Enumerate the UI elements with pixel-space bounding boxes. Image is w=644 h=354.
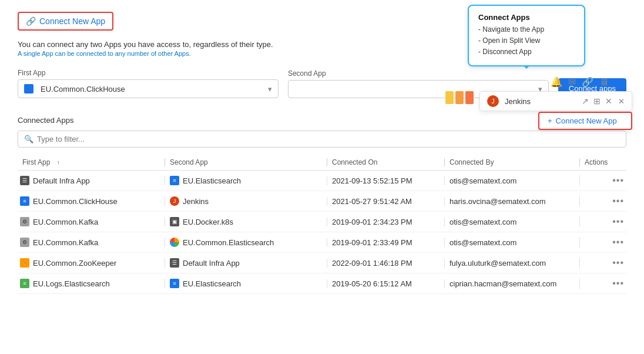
connect-link-icon: 🔗 <box>26 16 36 26</box>
cell-connected-on: 2021-09-13 5:52:15 PM <box>327 176 444 185</box>
first-app-chevron: ▾ <box>268 85 272 93</box>
deco-bar-3 <box>465 91 474 104</box>
tooltip-item-1: - Navigate to the App <box>478 24 575 35</box>
cell-connected-on: 2021-05-27 9:51:42 AM <box>327 197 444 206</box>
search-icon: 🔍 <box>24 135 33 143</box>
table-row: 🦒 EU.Common.ZooKeeper ☰ Default Infra Ap… <box>18 253 626 273</box>
cell-connected-by: otis@sematext.com <box>444 176 579 185</box>
tooltip-title: Connect Apps <box>478 13 575 22</box>
first-app-selector-group: First App ≡ EU.Common.ClickHouse ▾ <box>18 69 279 98</box>
cell-first-app: ⚙ EU.Common.Kafka <box>18 217 165 226</box>
jenkins-name: Jenkins <box>505 97 576 106</box>
actions-menu-btn[interactable]: ••• <box>612 175 624 186</box>
cell-second-app: ▣ EU.Docker.k8s <box>165 217 327 226</box>
jenkins-disconnect-icon[interactable]: ✕ <box>605 96 612 106</box>
table-row: ⚙ EU.Common.Kafka ▣ EU.Docker.k8s 2019-0… <box>18 212 626 232</box>
sort-arrow: ↑ <box>55 159 62 166</box>
jenkins-bar: J Jenkins ↗ ⊞ ✕ ✕ <box>479 91 632 111</box>
cell-actions[interactable]: ••• <box>579 216 626 227</box>
actions-menu-btn[interactable]: ••• <box>612 258 624 268</box>
table-row: ⚙ EU.Common.Kafka EU.Common.Elasticsearc… <box>18 232 626 253</box>
col-actions-header: Actions <box>579 158 626 166</box>
cell-connected-by: ciprian.hacman@sematext.com <box>444 279 579 288</box>
table-row: ☰ Default Infra App ≡ EU.Elasticsearch 2… <box>18 171 626 191</box>
cell-actions[interactable]: ••• <box>579 258 626 268</box>
cell-first-app: 🦒 EU.Common.ZooKeeper <box>18 258 165 268</box>
cell-second-app: ≡ EU.Elasticsearch <box>165 279 327 288</box>
tooltip-item-3: - Disconnect App <box>478 46 575 58</box>
mail-icon[interactable]: ✉ <box>568 76 576 88</box>
col-first-app-header: First App ↑ <box>18 158 165 166</box>
cell-first-app: ≡ EU.Common.ClickHouse <box>18 196 165 206</box>
cell-second-app: J Jenkins <box>165 196 327 206</box>
table-rows: ☰ Default Infra App ≡ EU.Elasticsearch 2… <box>18 171 626 294</box>
cell-connected-by: haris.ovcina@sematext.com <box>444 197 579 206</box>
deco-bar-2 <box>455 91 464 104</box>
filter-bar: 🔍 <box>18 131 626 148</box>
link-icon-top[interactable]: 🔗 <box>582 76 593 88</box>
filter-input[interactable] <box>37 135 620 143</box>
table-row: ≡ EU.Common.ClickHouse J Jenkins 2021-05… <box>18 191 626 212</box>
cell-second-app: ≡ EU.Elasticsearch <box>165 176 327 185</box>
first-app-label: First App <box>18 69 279 77</box>
actions-menu-btn[interactable]: ••• <box>612 278 624 289</box>
cell-first-app: ≡ EU.Logs.Elasticsearch <box>18 279 165 288</box>
cell-connected-on: 2019-05-20 6:15:12 AM <box>327 279 444 288</box>
actions-menu-btn[interactable]: ••• <box>612 216 624 227</box>
connect-apps-tooltip: Connect Apps - Navigate to the App - Ope… <box>468 5 585 66</box>
table-header: First App ↑ Second App Connected On Conn… <box>18 155 626 171</box>
connect-new-app-dropdown-plus: + <box>548 116 552 125</box>
connected-apps-table: First App ↑ Second App Connected On Conn… <box>18 155 626 294</box>
jenkins-avatar: J <box>487 95 499 107</box>
cell-actions[interactable]: ••• <box>579 175 626 186</box>
cell-connected-on: 2022-09-01 1:46:18 PM <box>327 259 444 268</box>
cell-connected-by: otis@sematext.com <box>444 218 579 226</box>
connected-apps-title: Connected Apps <box>18 116 626 125</box>
cell-connected-on: 2019-09-01 2:34:23 PM <box>327 218 444 226</box>
cell-actions[interactable]: ••• <box>579 278 626 289</box>
cell-first-app: ⚙ EU.Common.Kafka <box>18 238 165 247</box>
bell-icon[interactable]: 🔔 <box>551 76 562 88</box>
connected-apps-section: Connected Apps 🔍 First App ↑ Second App … <box>18 116 626 294</box>
jenkins-split-icon[interactable]: ⊞ <box>593 96 601 106</box>
cell-connected-by: fulya.uluturk@sematext.com <box>444 259 579 268</box>
first-app-dropdown[interactable]: ≡ EU.Common.ClickHouse ▾ <box>18 79 279 98</box>
actions-menu-btn[interactable]: ••• <box>612 196 624 206</box>
connect-new-app-dropdown-label: Connect New App <box>556 116 617 125</box>
tooltip-item-2: - Open in Split View <box>478 35 575 46</box>
monitor-icon[interactable]: 🖥 <box>599 77 609 88</box>
jenkins-close-btn[interactable]: ✕ <box>618 97 625 106</box>
cell-second-app: EU.Common.Elasticsearch <box>165 238 327 247</box>
actions-menu-btn[interactable]: ••• <box>612 237 624 248</box>
col-connected-on-header: Connected On <box>327 158 444 166</box>
cell-second-app: ☰ Default Infra App <box>165 258 327 268</box>
connect-new-app-button[interactable]: 🔗 Connect New App <box>18 12 113 31</box>
col-connected-by-header: Connected By <box>444 158 579 166</box>
col-second-app-header: Second App <box>165 158 327 166</box>
first-app-value: EU.Common.ClickHouse <box>41 85 125 93</box>
table-row: ≡ EU.Logs.Elasticsearch ≡ EU.Elasticsear… <box>18 273 626 294</box>
jenkins-actions: ↗ ⊞ ✕ <box>582 96 612 106</box>
cell-connected-on: 2019-09-01 2:33:49 PM <box>327 238 444 247</box>
top-icon-bar: 🔔 ✉ 🔗 🖥 <box>551 76 609 88</box>
cell-actions[interactable]: ••• <box>579 237 626 248</box>
deco-bar-1 <box>445 91 454 104</box>
jenkins-navigate-icon[interactable]: ↗ <box>582 96 589 106</box>
first-app-icon: ≡ <box>24 84 33 93</box>
connect-new-app-label: Connect New App <box>39 16 105 26</box>
cell-connected-by: otis@sematext.com <box>444 238 579 247</box>
cell-actions[interactable]: ••• <box>579 196 626 206</box>
second-app-label: Second App <box>288 69 549 78</box>
deco-bars <box>445 91 474 104</box>
connect-new-app-dropdown[interactable]: + Connect New App <box>538 112 632 130</box>
cell-first-app: ☰ Default Infra App <box>18 176 165 185</box>
